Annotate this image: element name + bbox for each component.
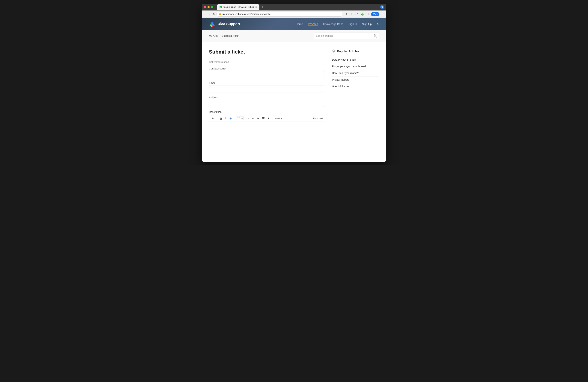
- email-label: Email: [209, 82, 325, 84]
- article-link-3[interactable]: Privacy Report: [332, 76, 379, 83]
- breadcrumb: My Area / Submit a Ticket: [209, 34, 239, 37]
- breadcrumb-current: Submit a Ticket: [222, 34, 239, 37]
- reload-button[interactable]: ↻: [213, 13, 215, 16]
- user-profile-avatar[interactable]: U: [380, 5, 384, 9]
- toolbar-separator-1: [234, 117, 234, 120]
- breadcrumb-separator: /: [220, 34, 220, 37]
- share-button[interactable]: ⬆: [344, 12, 348, 17]
- nav-home[interactable]: Home: [296, 22, 303, 25]
- menu-button[interactable]: ☰: [380, 12, 384, 17]
- search-box[interactable]: 🔍: [314, 33, 379, 39]
- toolbar-actions: ⬆ ☆ 🛡 🧩 ⊡ Work ☰: [344, 12, 384, 17]
- search-button[interactable]: 🔍: [374, 34, 377, 38]
- insert-button[interactable]: Insert ▾: [273, 116, 284, 120]
- toolbar-separator-2: [245, 117, 245, 120]
- tab-title: Ulaa Support | My Area | Submi: [223, 6, 254, 8]
- splitview-button[interactable]: ⊡: [366, 12, 370, 17]
- url-text: ulaabrowser.zohodesk.com/portal/en/newti…: [223, 13, 271, 15]
- image-button[interactable]: 🖼: [261, 116, 266, 120]
- lock-icon: 🔒: [219, 13, 221, 15]
- font-size-select[interactable]: 12: [236, 116, 244, 120]
- align-left-button[interactable]: ≡: [247, 116, 250, 120]
- editor-toolbar: B I U A ◈ 12 ≡ ≔ ⇥: [209, 115, 325, 122]
- new-tab-button[interactable]: +: [260, 5, 265, 9]
- back-button[interactable]: ‹: [204, 12, 207, 17]
- work-label: Work: [373, 13, 378, 15]
- subject-field: Subject*: [209, 96, 325, 107]
- breadcrumb-my-area[interactable]: My Area: [209, 34, 218, 37]
- close-button[interactable]: [204, 6, 206, 8]
- site-header: Ulaa Support Home My Area Knowledge Base…: [202, 18, 386, 30]
- search-input[interactable]: [316, 34, 372, 37]
- format-clear-button[interactable]: ✦: [266, 116, 271, 120]
- indent-button[interactable]: ⇥: [256, 116, 260, 120]
- extensions-button[interactable]: 🧩: [360, 12, 365, 17]
- description-editor: B I U A ◈ 12 ≡ ≔ ⇥: [209, 115, 325, 147]
- subject-label: Subject*: [209, 96, 325, 99]
- tabs-area: Ulaa Support | My Area | Submi ✕ +: [217, 4, 379, 10]
- site-nav: Home My Area Knowledge Base Sign In Sign…: [296, 22, 379, 26]
- description-label: Description: [209, 111, 325, 114]
- popular-articles-title: Popular Articles: [337, 50, 359, 53]
- main-layout: Submit a ticket Ticket Information Conta…: [202, 42, 386, 162]
- work-badge[interactable]: Work: [371, 12, 379, 16]
- form-area: Submit a ticket Ticket Information Conta…: [209, 49, 325, 151]
- article-link-1[interactable]: Forgot your sync passphrase?: [332, 63, 379, 70]
- email-input[interactable]: [209, 86, 325, 93]
- sidebar: Popular Articles Data Privacy In StatsFo…: [332, 49, 379, 151]
- bullet-list-button[interactable]: ≔: [251, 116, 255, 120]
- tab-close-icon[interactable]: ✕: [255, 6, 257, 8]
- browser-titlebar: Ulaa Support | My Area | Submi ✕ + U: [202, 4, 386, 11]
- browser-window: Ulaa Support | My Area | Submi ✕ + U ‹ ›…: [202, 4, 386, 162]
- bold-button[interactable]: B: [211, 116, 215, 120]
- article-link-2[interactable]: How Ulaa Sync Works?: [332, 70, 379, 76]
- underline-button[interactable]: U: [219, 116, 223, 120]
- subject-required-star: *: [217, 96, 218, 99]
- breadcrumb-bar: My Area / Submit a Ticket 🔍: [202, 30, 386, 42]
- address-bar[interactable]: 🔒 ulaabrowser.zohodesk.com/portal/en/new…: [216, 12, 343, 17]
- contact-name-input[interactable]: [209, 71, 325, 78]
- active-tab[interactable]: Ulaa Support | My Area | Submi ✕: [217, 4, 259, 10]
- contact-name-field: Contact Name*: [209, 67, 325, 78]
- page-content: Ulaa Support Home My Area Knowledge Base…: [202, 18, 386, 162]
- nav-knowledge-base[interactable]: Knowledge Base: [323, 22, 343, 25]
- plain-text-button[interactable]: Plain text: [313, 117, 323, 120]
- highlight-button[interactable]: A: [224, 116, 228, 120]
- article-link-4[interactable]: Ulaa Adblocker: [332, 83, 379, 90]
- description-input[interactable]: [209, 122, 325, 147]
- subject-input[interactable]: [209, 100, 325, 107]
- browser-toolbar: ‹ › ↻ 🔒 ulaabrowser.zohodesk.com/portal/…: [202, 11, 386, 18]
- articles-list: Data Privacy In StatsForgot your sync pa…: [332, 57, 379, 90]
- logo-icon: [209, 21, 215, 27]
- page-title: Submit a ticket: [209, 49, 325, 55]
- tab-favicon: [219, 6, 222, 8]
- site-logo-text: Ulaa Support: [218, 22, 240, 26]
- maximize-button[interactable]: [211, 6, 213, 8]
- section-label: Ticket Information: [209, 61, 325, 63]
- nav-sign-up[interactable]: Sign Up: [362, 22, 372, 25]
- forward-button[interactable]: ›: [208, 12, 211, 17]
- email-field: Email: [209, 82, 325, 93]
- bookmark-button[interactable]: ☆: [349, 12, 353, 17]
- site-logo: Ulaa Support: [209, 21, 240, 27]
- shield-icon[interactable]: 🛡: [354, 12, 359, 17]
- italic-button[interactable]: I: [215, 116, 218, 120]
- popular-articles-header: Popular Articles: [332, 49, 379, 54]
- required-star: *: [225, 67, 226, 70]
- nav-accessibility[interactable]: A': [377, 22, 379, 25]
- nav-sign-in[interactable]: Sign In: [349, 22, 357, 25]
- minimize-button[interactable]: [208, 6, 210, 8]
- contact-name-label: Contact Name*: [209, 67, 325, 70]
- eraser-button[interactable]: ◈: [229, 116, 233, 120]
- layers-icon: [332, 49, 336, 54]
- description-field: Description B I U A ◈ 12: [209, 111, 325, 147]
- article-link-0[interactable]: Data Privacy In Stats: [332, 57, 379, 63]
- nav-my-area[interactable]: My Area: [308, 22, 318, 26]
